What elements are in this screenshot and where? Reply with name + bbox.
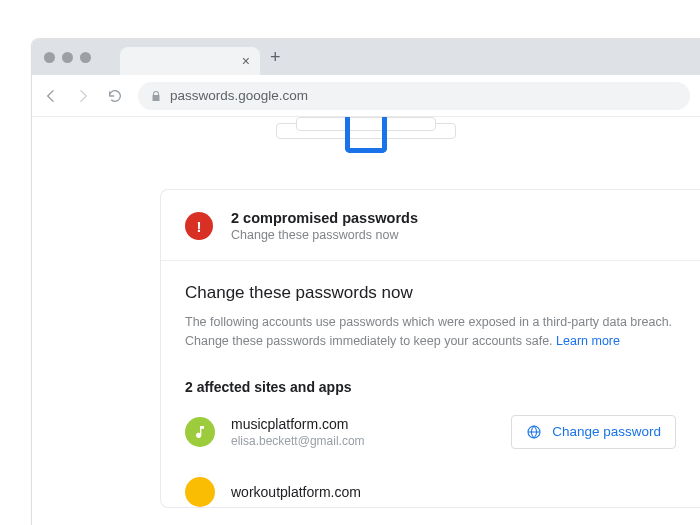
hero-illustration: [256, 117, 476, 177]
section-description: The following accounts use passwords whi…: [185, 313, 676, 351]
change-password-label: Change password: [552, 424, 661, 439]
globe-icon: [526, 424, 542, 440]
site-name: musicplatform.com: [231, 416, 495, 432]
window-titlebar: × +: [32, 39, 700, 75]
learn-more-link[interactable]: Learn more: [556, 334, 620, 348]
address-bar[interactable]: passwords.google.com: [138, 82, 690, 110]
window-control-minimize[interactable]: [62, 52, 73, 63]
reload-button[interactable]: [106, 87, 124, 105]
site-email: elisa.beckett@gmail.com: [231, 434, 495, 448]
alert-text: 2 compromised passwords Change these pas…: [231, 210, 418, 242]
alert-title: 2 compromised passwords: [231, 210, 418, 226]
music-note-icon: [185, 417, 215, 447]
alert-row: ! 2 compromised passwords Change these p…: [161, 190, 700, 261]
alert-icon: !: [185, 212, 213, 240]
browser-window: × + passwords.google.com !: [31, 38, 700, 525]
circle-icon: [185, 477, 215, 507]
back-button[interactable]: [42, 87, 60, 105]
change-section: Change these passwords now The following…: [161, 261, 700, 359]
url-text: passwords.google.com: [170, 88, 308, 103]
close-icon[interactable]: ×: [242, 54, 250, 68]
site-info: workoutplatform.com: [231, 484, 676, 500]
page-content: ! 2 compromised passwords Change these p…: [32, 117, 700, 525]
affected-heading: 2 affected sites and apps: [161, 359, 700, 401]
site-row: workoutplatform.com: [161, 463, 700, 507]
compromised-card: ! 2 compromised passwords Change these p…: [160, 189, 700, 508]
site-row: musicplatform.com elisa.beckett@gmail.co…: [161, 401, 700, 463]
window-control-maximize[interactable]: [80, 52, 91, 63]
browser-toolbar: passwords.google.com: [32, 75, 700, 117]
lock-icon: [150, 90, 162, 102]
alert-subtitle: Change these passwords now: [231, 228, 418, 242]
browser-tab[interactable]: ×: [120, 47, 260, 75]
forward-button[interactable]: [74, 87, 92, 105]
change-password-button[interactable]: Change password: [511, 415, 676, 449]
window-control-close[interactable]: [44, 52, 55, 63]
site-info: musicplatform.com elisa.beckett@gmail.co…: [231, 416, 495, 448]
new-tab-button[interactable]: +: [270, 48, 281, 66]
section-heading: Change these passwords now: [185, 283, 676, 303]
tab-strip: × +: [120, 39, 281, 75]
site-name: workoutplatform.com: [231, 484, 676, 500]
